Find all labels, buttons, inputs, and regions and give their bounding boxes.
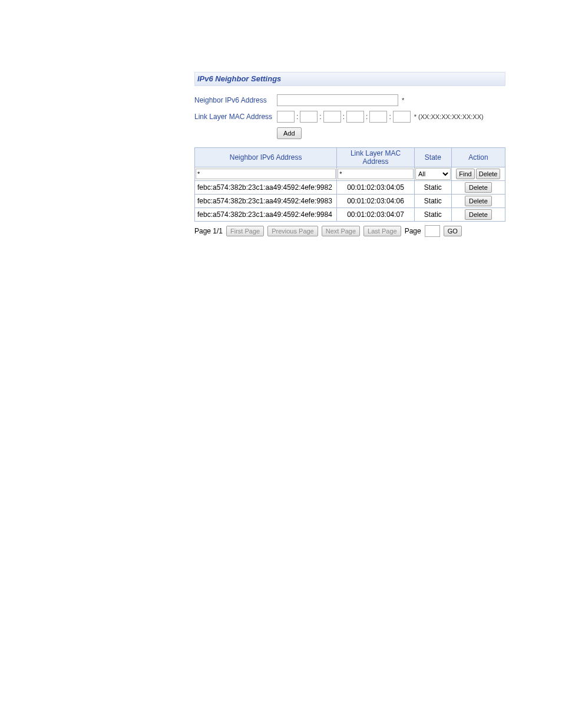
mac-sep: :: [341, 113, 346, 121]
mac-octet-4[interactable]: [346, 111, 364, 123]
mac-input-group: : : : : : * (XX:XX:XX:XX:XX:XX): [277, 111, 484, 123]
mac-sep: :: [387, 113, 392, 121]
table-row: febc:a574:382b:23c1:aa49:4592:4efe:99840…: [195, 208, 505, 222]
table-header-row: Neighbor IPv6 Address Link Layer MAC Add…: [195, 148, 505, 167]
cell-action: Delete: [451, 195, 505, 208]
panel-title: IPv6 Neighbor Settings: [194, 72, 505, 86]
table-header-mac: Link Layer MAC Address: [337, 148, 415, 167]
neighbor-table: Neighbor IPv6 Address Link Layer MAC Add…: [194, 147, 505, 222]
add-button[interactable]: Add: [277, 127, 302, 139]
mac-octet-5[interactable]: [369, 111, 387, 123]
mac-address-label: Link Layer MAC Address: [194, 113, 277, 121]
table-row: febc:a574:382b:23c1:aa49:4592:4efe:99830…: [195, 195, 505, 208]
table-header-ipv6: Neighbor IPv6 Address: [195, 148, 337, 167]
table-row: febc:a574:382b:23c1:aa49:4592:4efe:99820…: [195, 181, 505, 195]
filter-ipv6-input[interactable]: [196, 169, 336, 179]
mac-format-hint: * (XX:XX:XX:XX:XX:XX): [414, 113, 484, 120]
filter-state-select[interactable]: AllStaticDynamic: [415, 168, 451, 180]
cell-action: Delete: [451, 181, 505, 195]
cell-mac: 00:01:02:03:04:05: [337, 181, 415, 195]
table-header-state: State: [414, 148, 451, 167]
cell-mac: 00:01:02:03:04:07: [337, 208, 415, 222]
mac-sep: :: [295, 113, 300, 121]
cell-state: Static: [414, 208, 451, 222]
mac-octet-3[interactable]: [323, 111, 341, 123]
filter-mac-input[interactable]: [338, 169, 414, 179]
cell-action: Delete: [451, 208, 505, 222]
pager-page-input[interactable]: [425, 225, 440, 237]
mac-octet-1[interactable]: [277, 111, 295, 123]
cell-state: Static: [414, 195, 451, 208]
form-area: Neighbor IPv6 Address * Link Layer MAC A…: [194, 94, 505, 139]
cell-ipv6: febc:a574:382b:23c1:aa49:4592:4efe:9984: [195, 208, 337, 222]
cell-ipv6: febc:a574:382b:23c1:aa49:4592:4efe:9982: [195, 181, 337, 195]
add-row: Add: [194, 127, 505, 139]
cell-state: Static: [414, 181, 451, 195]
pager-first-button[interactable]: First Page: [226, 226, 264, 236]
ipv6-address-input[interactable]: [277, 94, 398, 106]
cell-mac: 00:01:02:03:04:06: [337, 195, 415, 208]
form-row-mac: Link Layer MAC Address : : : : : * (XX:X…: [194, 111, 505, 123]
pager-last-button[interactable]: Last Page: [363, 226, 401, 236]
cell-ipv6: febc:a574:382b:23c1:aa49:4592:4efe:9983: [195, 195, 337, 208]
mac-sep: :: [364, 113, 369, 121]
ipv6-required-mark: *: [402, 97, 404, 104]
pager-next-button[interactable]: Next Page: [322, 226, 360, 236]
pager-status: Page 1/1: [194, 227, 223, 235]
ipv6-neighbor-panel: IPv6 Neighbor Settings Neighbor IPv6 Add…: [194, 72, 505, 237]
row-delete-button[interactable]: Delete: [465, 182, 492, 193]
row-delete-button[interactable]: Delete: [465, 196, 492, 206]
pager-prev-button[interactable]: Previous Page: [267, 226, 318, 236]
mac-octet-2[interactable]: [300, 111, 318, 123]
filter-find-button[interactable]: Find: [456, 169, 474, 179]
mac-octet-6[interactable]: [393, 111, 411, 123]
form-row-ipv6: Neighbor IPv6 Address *: [194, 94, 505, 106]
pager: Page 1/1 First Page Previous Page Next P…: [194, 225, 505, 237]
ipv6-address-label: Neighbor IPv6 Address: [194, 96, 277, 104]
pager-page-label: Page: [405, 227, 421, 235]
row-delete-button[interactable]: Delete: [465, 209, 492, 220]
pager-go-button[interactable]: GO: [444, 226, 462, 236]
mac-sep: :: [318, 113, 323, 121]
table-filter-row: AllStaticDynamic Find Delete: [195, 167, 505, 181]
table-header-action: Action: [451, 148, 505, 167]
filter-delete-button[interactable]: Delete: [476, 169, 501, 179]
